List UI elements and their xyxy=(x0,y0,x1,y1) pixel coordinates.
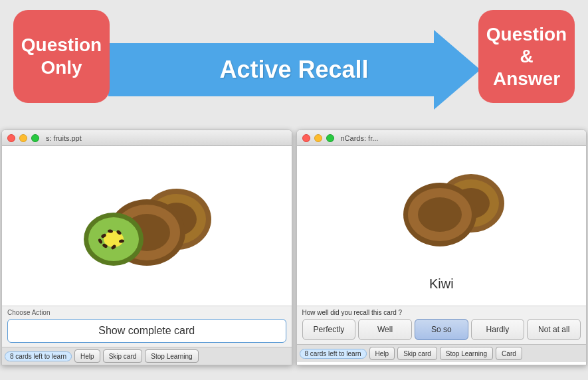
right-content-inner: Kiwi xyxy=(368,146,514,306)
left-titlebar: s: fruits.ppt xyxy=(2,130,292,146)
question-only-badge: Question Only xyxy=(13,10,110,103)
right-window-content: Kiwi xyxy=(297,146,587,306)
minimize-button-left[interactable] xyxy=(19,134,27,142)
arrow-head xyxy=(434,30,480,110)
card-button[interactable]: Card xyxy=(496,347,522,360)
right-kiwi-image xyxy=(368,153,514,270)
kiwi-svg-right xyxy=(368,160,514,263)
right-titlebar: nCards: fr... xyxy=(297,130,587,146)
left-help-button[interactable]: Help xyxy=(74,349,100,363)
left-kiwi-image xyxy=(2,146,292,306)
right-action-area: How well did you recall this card ? Perf… xyxy=(297,306,587,344)
left-bottom-bar: 8 cards left to learn Help Skip card Sto… xyxy=(2,347,292,365)
right-skip-button[interactable]: Skip card xyxy=(397,347,437,360)
right-help-button[interactable]: Help xyxy=(369,347,395,360)
action-label: Choose Action xyxy=(7,309,286,316)
well-button[interactable]: Well xyxy=(358,319,412,340)
arrow-shape: Active Recall xyxy=(108,30,480,110)
minimize-button-right[interactable] xyxy=(314,134,322,142)
right-stop-button[interactable]: Stop Learning xyxy=(440,347,493,360)
left-action-area: Choose Action Show complete card xyxy=(2,306,292,347)
recall-question-label: How well did you recall this card ? xyxy=(302,309,581,316)
show-complete-card-button[interactable]: Show complete card xyxy=(7,319,286,343)
right-window: nCards: fr... Kiwi xyxy=(296,130,587,365)
left-window-title: s: fruits.ppt xyxy=(46,134,82,142)
close-button-right[interactable] xyxy=(302,134,310,142)
right-window-title: nCards: fr... xyxy=(341,134,379,142)
kiwi-svg-left xyxy=(67,173,227,279)
left-window-content xyxy=(2,146,292,306)
left-window: s: fruits.ppt xyxy=(1,130,292,365)
svg-point-21 xyxy=(418,197,462,232)
maximize-button-right[interactable] xyxy=(326,134,334,142)
left-cards-count: 8 cards left to learn xyxy=(5,351,72,361)
windows-container: s: fruits.ppt xyxy=(0,130,588,365)
right-cards-count: 8 cards left to learn xyxy=(300,349,367,359)
hardly-button[interactable]: Hardly xyxy=(471,319,525,340)
recall-buttons-row: Perfectly Well So so Hardly Not at all xyxy=(302,319,581,340)
perfectly-button[interactable]: Perfectly xyxy=(302,319,356,340)
maximize-button-left[interactable] xyxy=(31,134,39,142)
so-so-button[interactable]: So so xyxy=(415,319,468,340)
active-recall-label: Active Recall xyxy=(219,56,368,84)
right-bottom-bar: 8 cards left to learn Help Skip card Sto… xyxy=(297,344,587,362)
question-answer-badge: Question & Answer xyxy=(478,10,575,103)
not-at-all-button[interactable]: Not at all xyxy=(527,319,581,340)
left-stop-button[interactable]: Stop Learning xyxy=(145,349,198,363)
kiwi-text: Kiwi xyxy=(429,270,454,298)
close-button-left[interactable] xyxy=(7,134,15,142)
left-skip-button[interactable]: Skip card xyxy=(103,349,143,363)
